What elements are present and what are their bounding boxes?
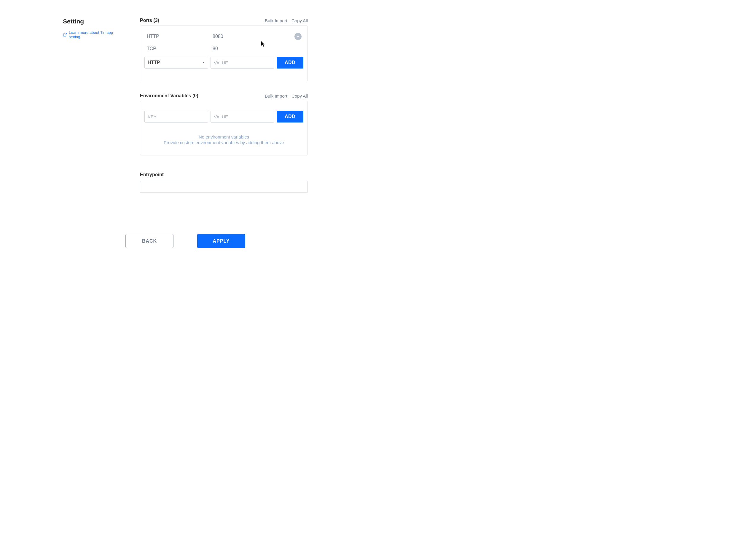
port-row: TCP 80	[144, 43, 303, 54]
port-type-select-value: HTTP	[148, 60, 160, 65]
back-button[interactable]: BACK	[125, 234, 174, 248]
port-row: HTTP 8080	[144, 30, 303, 43]
learn-more-link[interactable]: Learn more about Tin app setting	[63, 30, 125, 39]
chevron-down-icon	[202, 61, 205, 64]
entrypoint-input[interactable]	[140, 181, 308, 193]
entrypoint-title: Entrypoint	[140, 172, 308, 177]
env-empty-title: No environment variables	[147, 134, 300, 139]
external-link-icon	[63, 33, 67, 37]
ports-title: Ports (3)	[140, 18, 159, 23]
env-empty-sub: Provide custom environment variables by …	[147, 140, 300, 145]
svg-line-0	[65, 33, 66, 35]
port-type-select[interactable]: HTTP	[144, 57, 208, 68]
port-type: TCP	[147, 46, 212, 51]
learn-more-label: Learn more about Tin app setting	[69, 30, 125, 39]
env-value-input[interactable]	[210, 111, 274, 122]
port-value: 80	[212, 46, 302, 51]
remove-port-button[interactable]	[294, 33, 302, 40]
env-bulk-import[interactable]: Bulk Import	[265, 94, 287, 98]
page-title: Setting	[63, 18, 125, 25]
ports-bulk-import[interactable]: Bulk Import	[265, 18, 287, 23]
svg-marker-2	[203, 62, 204, 63]
ports-copy-all[interactable]: Copy All	[291, 18, 308, 23]
port-type: HTTP	[147, 34, 212, 39]
env-key-input[interactable]	[144, 111, 208, 122]
port-value-input[interactable]	[210, 57, 274, 68]
env-add-button[interactable]: ADD	[277, 111, 303, 122]
env-copy-all[interactable]: Copy All	[291, 94, 308, 98]
apply-button[interactable]: APPLY	[197, 234, 245, 248]
port-value: 8080	[212, 34, 294, 39]
port-add-button[interactable]: ADD	[277, 57, 303, 68]
env-title: Environment Variables (0)	[140, 93, 198, 98]
minus-icon	[296, 35, 300, 38]
